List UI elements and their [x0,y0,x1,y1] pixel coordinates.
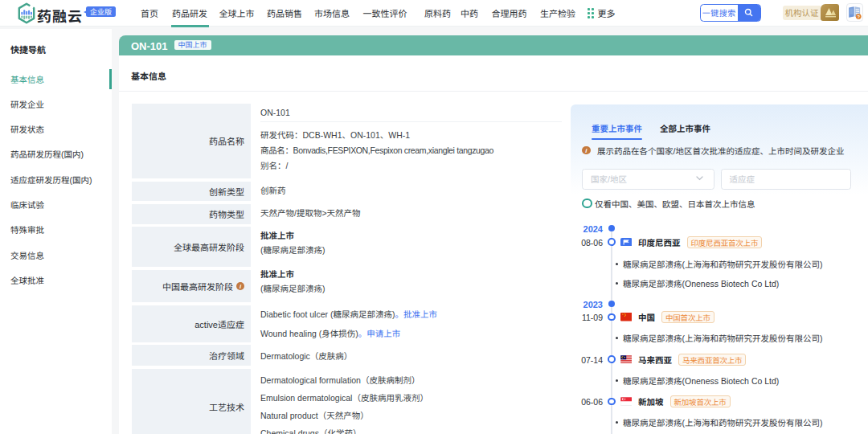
svg-text:?: ? [857,14,860,19]
